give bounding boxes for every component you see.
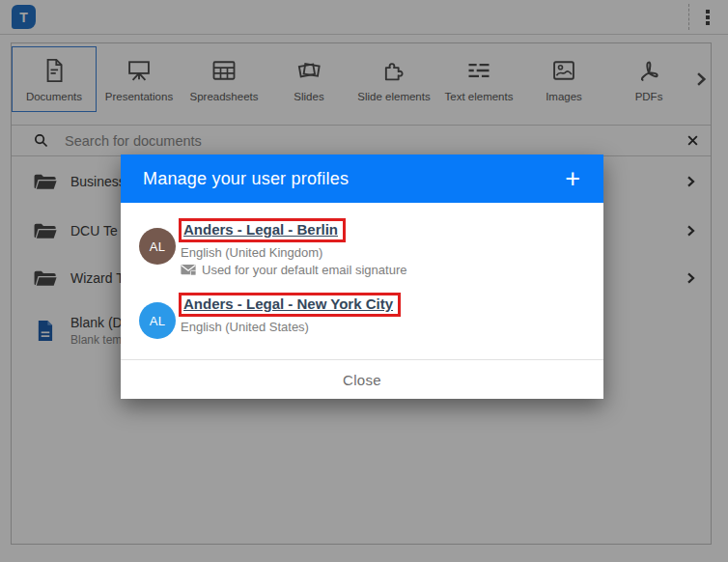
annotation-box: Anders - Legal - New York City xyxy=(179,293,401,317)
dialog-footer: Close xyxy=(121,359,603,399)
avatar: AL xyxy=(139,302,176,339)
manage-profiles-dialog: Manage your user profiles + AL Anders - … xyxy=(121,155,603,399)
profile-language: English (United Kingdom) xyxy=(181,245,322,260)
profile-note-text: Used for your default email signature xyxy=(202,263,406,277)
add-profile-button[interactable]: + xyxy=(561,166,584,192)
profile-note: Used for your default email signature xyxy=(181,263,406,277)
avatar-initials: AL xyxy=(150,314,166,328)
dialog-header: Manage your user profiles + xyxy=(121,155,603,203)
avatar-initials: AL xyxy=(150,239,166,254)
avatar: AL xyxy=(139,228,176,265)
email-signature-icon xyxy=(181,264,196,276)
dialog-title: Manage your user profiles xyxy=(143,169,561,189)
close-button[interactable]: Close xyxy=(329,368,395,392)
profile-name-link[interactable]: Anders - Legal - Berlin xyxy=(183,221,338,238)
app-window: T Documents Pres xyxy=(0,0,728,562)
profile-language: English (United States) xyxy=(181,320,309,334)
profile-name-link[interactable]: Anders - Legal - New York City xyxy=(183,295,393,312)
annotation-box: Anders - Legal - Berlin xyxy=(179,218,346,242)
